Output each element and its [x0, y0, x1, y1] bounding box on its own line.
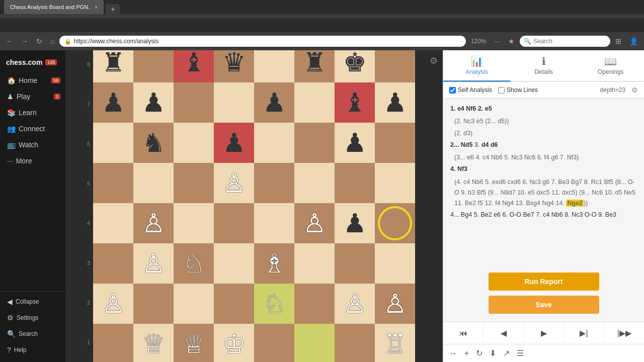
show-lines-checkbox-label[interactable]: Show Lines — [498, 86, 538, 94]
square-a3[interactable] — [93, 243, 133, 284]
square-h4[interactable] — [375, 203, 415, 243]
nav-prev-button[interactable]: ◀ — [484, 322, 524, 344]
square-h3[interactable] — [375, 243, 415, 284]
square-a1[interactable] — [93, 324, 133, 362]
square-b1[interactable]: ♕ — [133, 324, 174, 362]
square-g1[interactable] — [335, 324, 375, 362]
tab-openings[interactable]: 📖 Openings — [577, 50, 644, 82]
square-c2[interactable] — [174, 284, 214, 324]
sidebar-item-more[interactable]: ··· More — [0, 153, 65, 169]
square-f1[interactable] — [294, 324, 335, 362]
square-d2[interactable] — [214, 284, 254, 324]
nav-last-button[interactable]: |▶▶ — [604, 322, 644, 344]
new-tab-button[interactable]: + — [106, 4, 120, 14]
profile-button[interactable]: 👤 — [626, 36, 641, 46]
square-h1[interactable]: ♖ — [375, 324, 415, 362]
square-e4[interactable] — [254, 203, 294, 243]
square-f8[interactable]: ♜ — [294, 50, 335, 82]
sidebar-item-watch[interactable]: 📺 Watch — [0, 137, 65, 153]
square-b8[interactable] — [133, 50, 174, 82]
square-f5[interactable] — [294, 163, 335, 203]
square-b3[interactable]: ♙ — [133, 243, 174, 284]
square-g3[interactable] — [335, 243, 375, 284]
sidebar-item-home[interactable]: 🏠 Home 58 — [0, 72, 65, 88]
square-e5[interactable] — [254, 163, 294, 203]
square-b6[interactable]: ♞ — [133, 123, 174, 163]
square-b5[interactable] — [133, 163, 174, 203]
menu-button[interactable]: ··· — [491, 36, 503, 46]
analysis-content[interactable]: 1. e4 Nf6 2. e5 (2. Nc3 e5 (2... d5)) (2… — [443, 99, 644, 264]
save-button[interactable]: Save — [489, 296, 599, 314]
square-f3[interactable] — [294, 243, 335, 284]
show-lines-checkbox[interactable] — [498, 87, 505, 94]
sidebar-item-help[interactable]: ? Help — [0, 342, 65, 358]
square-e3[interactable]: ♗ — [254, 243, 294, 284]
square-h5[interactable] — [375, 163, 415, 203]
flip-board-icon[interactable]: ↔ — [449, 349, 457, 358]
square-e7[interactable]: ♟ — [254, 82, 294, 123]
square-f7[interactable] — [294, 82, 335, 123]
square-a7[interactable]: ♟ — [93, 82, 133, 123]
square-a8[interactable]: ♜ — [93, 50, 133, 82]
extensions-button[interactable]: ⊞ — [612, 36, 624, 46]
square-e2[interactable]: ♘ — [254, 284, 294, 324]
square-h8[interactable] — [375, 50, 415, 82]
nav-next-button[interactable]: ▶| — [564, 322, 604, 344]
chess-board[interactable]: ♜♝♛♜♚♟♟♟♝♟♞♟♟♙♙♙♟♙♘♗♙♘♙♙♕♕♔♖ — [93, 50, 415, 362]
panel-gear-icon[interactable]: ⚙ — [631, 86, 638, 94]
sidebar-item-settings[interactable]: ⚙ Settings — [0, 310, 65, 326]
sidebar-item-play[interactable]: ♟ Play 1 — [0, 88, 65, 105]
square-d4[interactable] — [214, 203, 254, 243]
square-c3[interactable]: ♘ — [174, 243, 214, 284]
square-a6[interactable] — [93, 123, 133, 163]
menu-icon[interactable]: ☰ — [517, 348, 524, 358]
square-c5[interactable] — [174, 163, 214, 203]
square-e8[interactable] — [254, 50, 294, 82]
square-f2[interactable] — [294, 284, 335, 324]
square-d6[interactable]: ♟ — [214, 123, 254, 163]
back-button[interactable]: ← — [3, 36, 16, 46]
sidebar-item-collapse[interactable]: ◀ Collapse — [0, 294, 65, 310]
square-g8[interactable]: ♚ — [335, 50, 375, 82]
square-d3[interactable] — [214, 243, 254, 284]
address-bar[interactable]: 🔒 https://www.chess.com/analysis — [59, 36, 465, 47]
refresh-icon[interactable]: ↻ — [476, 348, 482, 358]
reload-button[interactable]: ↻ — [33, 36, 45, 46]
tab-close-icon[interactable]: × — [95, 4, 98, 10]
forward-button[interactable]: → — [18, 36, 31, 46]
square-d5[interactable]: ♙ — [214, 163, 254, 203]
square-h2[interactable]: ♙ — [375, 284, 415, 324]
self-analysis-checkbox-label[interactable]: Self Analysis — [449, 86, 492, 94]
square-e1[interactable] — [254, 324, 294, 362]
square-a5[interactable] — [93, 163, 133, 203]
square-g2[interactable]: ♙ — [335, 284, 375, 324]
square-d8[interactable]: ♛ — [214, 50, 254, 82]
square-g7[interactable]: ♝ — [335, 82, 375, 123]
download-icon[interactable]: ⬇ — [490, 348, 496, 358]
square-d7[interactable] — [214, 82, 254, 123]
square-f6[interactable] — [294, 123, 335, 163]
browser-search-bar[interactable]: 🔍 — [520, 36, 610, 47]
square-a4[interactable] — [93, 203, 133, 243]
tab-analysis[interactable]: 📊 Analysis — [443, 50, 510, 82]
nav-play-button[interactable]: ▶ — [524, 322, 564, 344]
square-h6[interactable] — [375, 123, 415, 163]
square-a2[interactable]: ♙ — [93, 284, 133, 324]
run-report-button[interactable]: Run Report — [489, 273, 599, 291]
square-b4[interactable]: ♙ — [133, 203, 174, 243]
square-g4[interactable]: ♟ — [335, 203, 375, 243]
square-e6[interactable] — [254, 123, 294, 163]
self-analysis-checkbox[interactable] — [449, 87, 456, 94]
sidebar-item-connect[interactable]: 👥 Connect — [0, 121, 65, 137]
nav-first-button[interactable]: ⏮ — [443, 322, 484, 344]
sidebar-item-search[interactable]: 🔍 Search — [0, 326, 65, 342]
sidebar-item-learn[interactable]: 📚 Learn — [0, 105, 65, 121]
square-g5[interactable] — [335, 163, 375, 203]
square-g6[interactable]: ♟ — [335, 123, 375, 163]
square-c7[interactable] — [174, 82, 214, 123]
square-c1[interactable]: ♕ — [174, 324, 214, 362]
share-icon[interactable]: ↗ — [503, 348, 510, 358]
home-button[interactable]: ⌂ — [47, 36, 57, 46]
browser-tab[interactable]: Chess Analysis Board and PGN... × — [4, 0, 104, 14]
board-settings-icon[interactable]: ⚙ — [430, 55, 438, 66]
